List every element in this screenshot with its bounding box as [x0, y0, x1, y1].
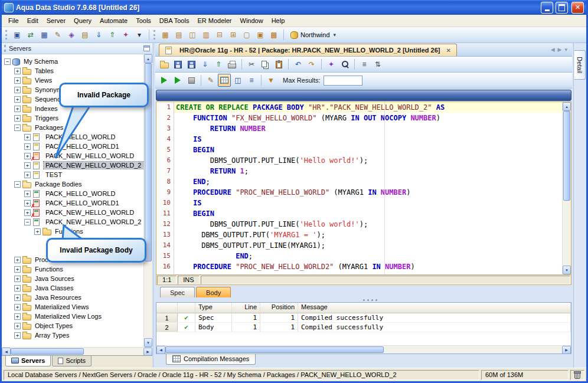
tree-expander-icon[interactable]: + — [14, 266, 21, 273]
menu-query[interactable]: Query — [70, 15, 96, 26]
tree-item-my-schema[interactable]: −My Schema — [2, 57, 152, 66]
schema-browser-icon[interactable]: ▦ — [38, 28, 51, 41]
minimize-button[interactable] — [541, 2, 553, 14]
tree-expander-icon[interactable]: + — [14, 96, 21, 103]
tree-item-array-types[interactable]: +Array Types — [2, 330, 152, 340]
format-sql-icon[interactable]: ✦ — [325, 58, 338, 71]
query-analyzer-icon[interactable]: ✎ — [51, 28, 64, 41]
scroll-down-icon[interactable] — [144, 338, 152, 347]
tree-expander-icon[interactable]: + — [14, 276, 21, 282]
tree-expander-icon[interactable]: − — [24, 219, 31, 225]
menu-er-modeler[interactable]: ER Modeler — [193, 15, 236, 26]
tab-spec[interactable]: Spec — [160, 287, 195, 297]
tree-expander-icon[interactable]: + — [14, 115, 21, 122]
window-tabbed-icon[interactable]: ▣ — [254, 28, 267, 41]
import-icon[interactable]: ⇓ — [198, 58, 211, 71]
tab-detail[interactable]: Detail — [574, 50, 586, 80]
cut-icon[interactable]: ✂ — [245, 58, 258, 71]
menu-help[interactable]: Help — [267, 15, 289, 26]
results-column-header-line[interactable]: Line — [232, 303, 260, 313]
editor-code-area[interactable]: CREATE OR REPLACE PACKAGE BODY "HR"."PAC… — [174, 102, 562, 274]
text-results-icon[interactable]: ≡ — [245, 74, 258, 87]
tree-item-object-types[interactable]: +Object Types — [2, 321, 152, 330]
scroll-up-icon[interactable] — [144, 54, 152, 63]
document-tab[interactable]: HR@Oracle 11g - HR - 52 | Package: HR.PA… — [159, 44, 457, 56]
tab-scroll-left-icon[interactable] — [551, 47, 555, 53]
scroll-thumb[interactable] — [563, 111, 570, 201]
tab-body[interactable]: Body — [196, 287, 231, 297]
results-row[interactable]: 2Body11Compiled successfully — [156, 323, 571, 332]
tree-expander-icon[interactable]: + — [14, 313, 21, 320]
sidebar-tab-servers[interactable]: Servers — [5, 356, 51, 366]
garbage-collect-button[interactable] — [570, 370, 584, 380]
execute-edit-icon[interactable] — [171, 74, 184, 87]
execute-icon[interactable] — [158, 74, 171, 87]
tree-item-java-resources[interactable]: +Java Resources — [2, 293, 152, 302]
stop-icon[interactable] — [185, 74, 198, 87]
tree-expander-icon[interactable]: + — [14, 68, 21, 74]
query-builder-icon[interactable]: ◈ — [65, 28, 78, 41]
panel-grip[interactable] — [4, 45, 6, 52]
grid-results-icon[interactable] — [218, 74, 231, 87]
scroll-right-icon[interactable] — [143, 348, 152, 356]
menu-edit[interactable]: Edit — [23, 15, 43, 26]
collapsed-panel-bar[interactable] — [156, 90, 571, 101]
tree-expander-icon[interactable]: + — [24, 134, 31, 140]
tree-expander-icon[interactable]: − — [14, 181, 21, 188]
tree-expander-icon[interactable]: + — [14, 304, 21, 310]
scroll-left-icon[interactable] — [156, 346, 165, 354]
tree-horizontal-scrollbar[interactable] — [2, 347, 152, 355]
window-horizontal-icon[interactable]: ⊞ — [227, 28, 240, 41]
results-column-header-status[interactable] — [178, 303, 195, 313]
database-selector[interactable]: Northwind — [287, 30, 339, 40]
results-horizontal-scrollbar[interactable] — [156, 345, 571, 353]
filter-icon[interactable]: ▼ — [264, 74, 277, 87]
results-column-header-message[interactable]: Message — [298, 303, 571, 313]
window-detail-icon[interactable]: ▥ — [200, 28, 213, 41]
scroll-left-icon[interactable] — [2, 348, 11, 356]
copy-icon[interactable] — [259, 58, 272, 71]
menu-window[interactable]: Window — [236, 15, 267, 26]
maximize-button[interactable] — [556, 2, 568, 14]
tree-expander-icon[interactable]: + — [14, 106, 21, 112]
tree-expander-icon[interactable]: + — [24, 162, 31, 169]
tree-expander-icon[interactable]: + — [24, 153, 31, 159]
tree-item-package-bodies[interactable]: −Package Bodies — [2, 179, 152, 189]
tree-expander-icon[interactable]: + — [14, 77, 21, 84]
tree-expander-icon[interactable]: + — [14, 87, 21, 93]
window-split-icon[interactable]: ⊟ — [213, 28, 226, 41]
open-icon[interactable] — [158, 58, 171, 71]
tree-expander-icon[interactable]: − — [4, 58, 11, 65]
register-server-icon[interactable]: ▣ — [11, 28, 24, 41]
max-results-input[interactable] — [324, 76, 362, 86]
panel-float-icon[interactable] — [143, 45, 150, 51]
toolbar-grip[interactable] — [5, 30, 7, 40]
scroll-thumb[interactable] — [11, 348, 84, 355]
tree-expander-icon[interactable]: + — [14, 257, 21, 263]
tree-expander-icon[interactable]: + — [14, 294, 21, 301]
scroll-up-icon[interactable] — [563, 102, 571, 111]
window-form-icon[interactable]: ▤ — [172, 28, 185, 41]
results-row[interactable]: 1Spec11Compiled successfully — [156, 313, 571, 323]
tree-item-materialized-view-logs[interactable]: +Materialized View Logs — [2, 312, 152, 321]
scroll-thumb[interactable] — [165, 346, 384, 353]
splitter-handle[interactable] — [155, 297, 572, 302]
tree-expander-icon[interactable]: + — [14, 285, 21, 292]
scroll-track[interactable] — [563, 111, 571, 266]
menu-file[interactable]: File — [4, 15, 23, 26]
results-column-header-type[interactable]: Type — [195, 303, 232, 313]
tree-expander-icon[interactable]: + — [34, 228, 41, 235]
toolbar-grip[interactable] — [153, 30, 155, 40]
menu-dba-tools[interactable]: DBA Tools — [155, 15, 194, 26]
find-icon[interactable] — [338, 58, 351, 71]
more-dropdown-icon[interactable]: ▾ — [133, 28, 146, 41]
menu-server[interactable]: Server — [43, 15, 70, 26]
save-icon[interactable] — [171, 58, 184, 71]
tab-list-icon[interactable] — [564, 47, 567, 53]
tree-item-test[interactable]: +TEST — [2, 170, 152, 179]
print-icon[interactable] — [226, 58, 239, 71]
table-data-editor-icon[interactable]: ▤ — [79, 28, 92, 41]
menu-automate[interactable]: Automate — [96, 15, 132, 26]
tools-icon[interactable]: ✦ — [119, 28, 132, 41]
tab-scroll-right-icon[interactable] — [558, 47, 562, 53]
